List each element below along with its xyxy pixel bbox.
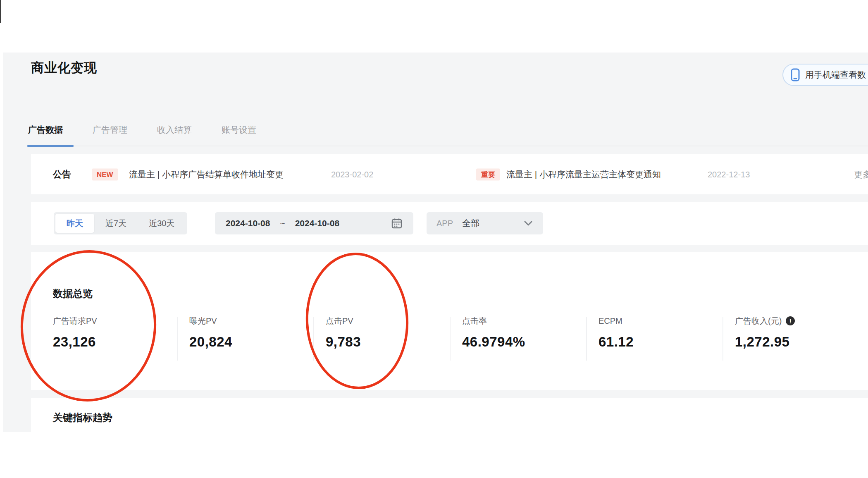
screen-edge-artifact bbox=[0, 0, 1, 23]
metric-ad-revenue: 广告收入(元) ! 1,272.95 bbox=[735, 315, 795, 350]
metric-label: 广告请求PV bbox=[53, 315, 97, 327]
tab-label: 收入结算 bbox=[157, 124, 192, 136]
tab-bar: 广告数据 广告管理 收入结算 账号设置 bbox=[28, 114, 868, 146]
divider bbox=[723, 317, 723, 361]
metric-label: 点击PV bbox=[326, 315, 361, 327]
metric-label: 曝光PV bbox=[189, 315, 232, 327]
tab-label: 账号设置 bbox=[222, 124, 256, 136]
metric-value: 61.12 bbox=[599, 334, 634, 350]
view-on-mobile-button[interactable]: 用手机端查看数 bbox=[782, 64, 868, 86]
divider bbox=[586, 317, 587, 361]
tab-ad-management[interactable]: 广告管理 bbox=[93, 114, 127, 146]
view-on-mobile-label: 用手机端查看数 bbox=[805, 69, 866, 81]
tab-income-settlement[interactable]: 收入结算 bbox=[157, 114, 192, 146]
metric-ecpm: ECPM 61.12 bbox=[599, 315, 634, 350]
metric-click-pv: 点击PV 9,783 bbox=[326, 315, 361, 350]
chevron-down-icon bbox=[523, 220, 533, 227]
new-badge: NEW bbox=[92, 168, 118, 180]
metrics-row: 广告请求PV 23,126 曝光PV 20,824 点击PV 9,783 点击率… bbox=[31, 315, 868, 369]
tab-label: 广告数据 bbox=[28, 124, 63, 136]
tab-label: 广告管理 bbox=[93, 124, 127, 136]
filter-bar: 昨天 近7天 近30天 2024-10-08 ~ 2024-10-08 APP … bbox=[31, 202, 868, 245]
metric-value: 46.9794% bbox=[462, 334, 525, 350]
app-filter-label: APP bbox=[436, 219, 453, 228]
metric-label: ECPM bbox=[599, 315, 634, 327]
info-icon[interactable]: ! bbox=[786, 316, 795, 325]
metric-value: 9,783 bbox=[326, 334, 361, 350]
metric-ad-request-pv: 广告请求PV 23,126 bbox=[53, 315, 97, 350]
metric-label: 广告收入(元) bbox=[735, 315, 782, 327]
metric-value: 23,126 bbox=[53, 334, 97, 350]
metric-value: 20,824 bbox=[189, 334, 232, 350]
divider bbox=[177, 317, 178, 361]
page-title: 商业化变现 bbox=[31, 59, 97, 76]
announcement-title: 公告 bbox=[53, 168, 71, 181]
tab-ad-data[interactable]: 广告数据 bbox=[28, 114, 63, 146]
trend-section-title: 关键指标趋势 bbox=[53, 411, 112, 424]
metric-exposure-pv: 曝光PV 20,824 bbox=[189, 315, 232, 350]
page: 商业化变现 用手机端查看数 广告数据 广告管理 收入结算 账号设置 公告 NEW… bbox=[0, 0, 868, 478]
announcement-date: 2023-02-02 bbox=[331, 170, 373, 179]
app-filter-value: 全部 bbox=[462, 217, 479, 229]
metric-label: 点击率 bbox=[462, 315, 525, 327]
announcement-link[interactable]: 流量主 | 小程序广告结算单收件地址变更 bbox=[129, 169, 284, 180]
date-end-value: 2024-10-08 bbox=[295, 218, 339, 228]
tab-account-settings[interactable]: 账号设置 bbox=[222, 114, 256, 146]
phone-icon bbox=[791, 68, 800, 81]
calendar-icon[interactable] bbox=[391, 217, 403, 229]
date-quick-range-group: 昨天 近7天 近30天 bbox=[54, 212, 187, 234]
date-range-separator: ~ bbox=[280, 218, 285, 228]
app-filter-select[interactable]: APP 全部 bbox=[427, 212, 543, 234]
data-overview-card: 数据总览 广告请求PV 23,126 曝光PV 20,824 点击PV 9,78… bbox=[31, 252, 868, 390]
important-badge: 重要 bbox=[476, 168, 500, 180]
overview-section-title: 数据总览 bbox=[53, 287, 93, 300]
range-last7days-button[interactable]: 近7天 bbox=[94, 214, 138, 233]
metric-value: 1,272.95 bbox=[735, 334, 795, 350]
key-metrics-trend-card: 关键指标趋势 bbox=[31, 398, 868, 478]
metric-click-rate: 点击率 46.9794% bbox=[462, 315, 525, 350]
date-range-picker[interactable]: 2024-10-08 ~ 2024-10-08 bbox=[215, 212, 413, 234]
announcement-link[interactable]: 流量主 | 小程序流量主运营主体变更通知 bbox=[506, 169, 661, 180]
announcement-bar: 公告 NEW 流量主 | 小程序广告结算单收件地址变更 2023-02-02 重… bbox=[31, 154, 868, 194]
divider bbox=[450, 317, 451, 361]
date-start-value: 2024-10-08 bbox=[226, 218, 270, 228]
more-link[interactable]: 更多 bbox=[854, 169, 868, 180]
range-yesterday-button[interactable]: 昨天 bbox=[55, 214, 94, 233]
divider bbox=[313, 317, 314, 361]
announcement-date: 2022-12-13 bbox=[708, 170, 750, 179]
range-last30days-button[interactable]: 近30天 bbox=[138, 214, 186, 233]
